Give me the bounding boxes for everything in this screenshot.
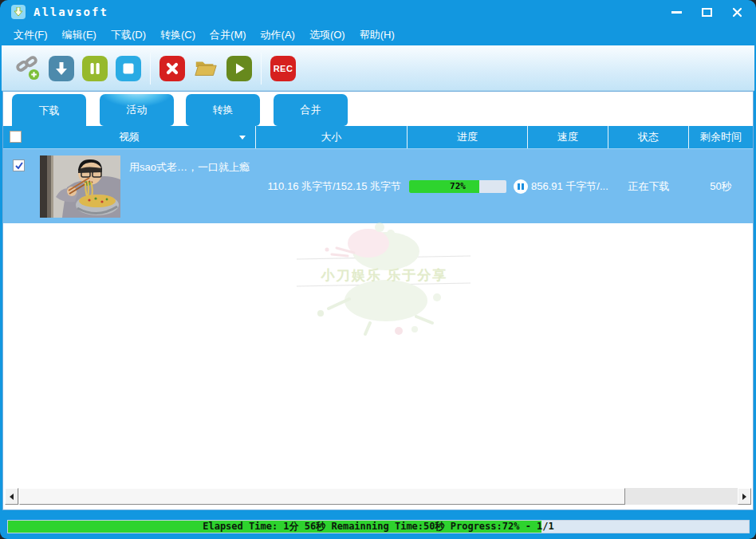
minimize-icon <box>671 11 682 14</box>
folder-icon <box>193 57 219 81</box>
scroll-left-button[interactable] <box>5 488 18 505</box>
play-button[interactable] <box>226 56 252 81</box>
download-row[interactable]: 用sao式老…，一口就上瘾 110.16 兆字节/152.15 兆字节 72% … <box>3 148 753 223</box>
pause-icon <box>88 61 102 76</box>
toolbar: REC <box>2 45 754 91</box>
video-title: 用sao式老…，一口就上瘾 <box>129 160 250 175</box>
row-progress-bar: 72% <box>409 180 506 193</box>
watermark: 小刀娱乐 乐于分享 <box>297 221 472 340</box>
open-folder-button[interactable] <box>193 56 219 81</box>
arrow-right-icon <box>742 494 746 500</box>
column-status-label: 状态 <box>638 130 659 144</box>
menu-help[interactable]: 帮助(H) <box>352 25 402 45</box>
row-checkbox[interactable] <box>13 159 25 171</box>
menu-action[interactable]: 动作(A) <box>254 25 302 45</box>
delete-button[interactable] <box>159 56 185 81</box>
footer-status-text: Elapsed Time: 1分 56秒 Remainning Time:50秒… <box>8 521 749 533</box>
row-speed-cell: 856.91 千字节/... <box>528 149 608 223</box>
arrow-left-icon <box>10 494 14 500</box>
column-size-label: 大小 <box>321 130 342 144</box>
video-thumbnail <box>40 155 120 218</box>
stop-button[interactable] <box>116 56 141 81</box>
tab-merge[interactable]: 合并 <box>274 94 348 126</box>
tab-convert[interactable]: 转换 <box>186 94 260 126</box>
minimize-button[interactable] <box>670 6 683 18</box>
app-logo-icon <box>11 5 26 19</box>
scrollbar-thumb[interactable] <box>19 488 625 505</box>
horizontal-scrollbar[interactable] <box>5 488 751 505</box>
toolbar-separator <box>150 53 151 85</box>
column-status[interactable]: 状态 <box>608 126 689 148</box>
maximize-icon <box>702 8 712 17</box>
pause-download-icon[interactable] <box>514 179 528 194</box>
column-progress-label: 进度 <box>457 130 478 144</box>
row-progress-cell: 72% <box>408 149 528 223</box>
menu-bar: 文件(F) 编辑(E) 下载(D) 转换(C) 合并(M) 动作(A) 选项(O… <box>0 24 756 45</box>
scroll-right-button[interactable] <box>738 488 751 505</box>
close-button[interactable] <box>730 6 743 18</box>
tab-strip: 下载 活动 转换 合并 <box>3 94 753 126</box>
allavsoft-window: Allavsoft 文件(F) 编辑(E) 下载(D) 转换(C) 合并(M) … <box>0 0 756 539</box>
row-remaining-cell: 50秒 <box>689 149 753 223</box>
titlebar[interactable]: Allavsoft <box>0 0 756 24</box>
record-button[interactable]: REC <box>270 56 296 81</box>
column-video[interactable]: 视频 <box>3 126 256 148</box>
menu-download[interactable]: 下载(D) <box>104 25 153 45</box>
main-panel: 下载 活动 转换 合并 视频 大小 进度 速度 状态 <box>2 91 754 510</box>
column-speed[interactable]: 速度 <box>528 126 608 148</box>
menu-options[interactable]: 选项(O) <box>302 25 352 45</box>
column-video-label: 视频 <box>119 130 140 144</box>
watermark-text: 小刀娱乐 乐于分享 <box>297 266 472 285</box>
download-arrow-icon <box>53 61 69 77</box>
menu-merge[interactable]: 合并(M) <box>203 25 254 45</box>
check-icon <box>14 161 24 171</box>
menu-convert[interactable]: 转换(C) <box>153 25 203 45</box>
start-download-button[interactable] <box>49 56 74 81</box>
close-icon <box>732 7 742 18</box>
chevron-down-icon[interactable] <box>239 136 246 140</box>
toolbar-separator <box>261 53 262 85</box>
add-link-icon <box>15 55 41 82</box>
speed-value: 856.91 千字节/... <box>531 179 608 194</box>
delete-x-icon <box>165 61 179 76</box>
row-status-cell: 正在下载 <box>608 149 689 223</box>
pause-button[interactable] <box>82 56 108 81</box>
row-video-cell: 用sao式老…，一口就上瘾 <box>3 149 256 223</box>
column-remaining[interactable]: 剩余时间 <box>689 126 753 148</box>
row-size-cell: 110.16 兆字节/152.15 兆字节 <box>256 149 408 223</box>
footer-progress-bar: Elapsed Time: 1分 56秒 Remainning Time:50秒… <box>7 520 750 533</box>
window-title: Allavsoft <box>33 6 108 18</box>
select-all-checkbox[interactable] <box>10 131 22 143</box>
column-size[interactable]: 大小 <box>256 126 408 148</box>
column-speed-label: 速度 <box>557 130 578 144</box>
remaining-value: 50秒 <box>710 179 731 194</box>
table-header: 视频 大小 进度 速度 状态 剩余时间 <box>3 126 753 148</box>
maximize-button[interactable] <box>700 6 713 18</box>
column-progress[interactable]: 进度 <box>408 126 528 148</box>
add-url-button[interactable] <box>15 56 41 81</box>
rec-label: REC <box>274 64 293 73</box>
menu-edit[interactable]: 编辑(E) <box>55 25 104 45</box>
tab-activity[interactable]: 活动 <box>100 94 174 126</box>
tab-download[interactable]: 下载 <box>12 94 86 127</box>
status-value: 正在下载 <box>628 179 670 194</box>
stop-icon <box>121 61 136 76</box>
status-bar: Elapsed Time: 1分 56秒 Remainning Time:50秒… <box>0 510 756 539</box>
play-icon <box>232 61 246 76</box>
column-remaining-label: 剩余时间 <box>700 130 742 144</box>
menu-file[interactable]: 文件(F) <box>6 25 55 45</box>
row-progress-label: 72% <box>409 180 506 193</box>
size-value: 110.16 兆字节/152.15 兆字节 <box>268 179 401 194</box>
